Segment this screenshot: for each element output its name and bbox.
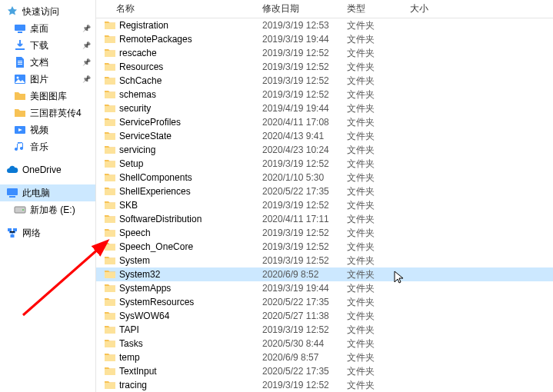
file-row[interactable]: Tasks2020/5/30 8:44文件夹 xyxy=(96,337,553,350)
file-name: ServiceProfiles xyxy=(119,117,262,128)
file-row[interactable]: SKB2019/3/19 12:52文件夹 xyxy=(96,198,553,212)
file-row[interactable]: security2019/4/19 19:44文件夹 xyxy=(96,101,553,115)
folder-icon xyxy=(104,186,116,197)
file-date: 2019/3/19 12:52 xyxy=(262,255,347,266)
file-name: SKB xyxy=(119,200,262,211)
column-header-name[interactable]: 名称 xyxy=(116,2,262,15)
file-row[interactable]: SchCache2019/3/19 12:52文件夹 xyxy=(96,74,553,88)
network-icon xyxy=(6,227,18,239)
column-header-date[interactable]: 修改日期 xyxy=(262,2,347,15)
file-date: 2020/5/22 17:35 xyxy=(262,186,347,197)
file-row[interactable]: ShellComponents2020/1/10 5:30文件夹 xyxy=(96,171,553,184)
file-date: 2019/3/19 12:52 xyxy=(262,380,347,390)
video-icon xyxy=(14,124,26,136)
file-row[interactable]: Speech2019/3/19 12:52文件夹 xyxy=(96,226,553,240)
sidebar-item-label: 快速访问 xyxy=(22,5,59,18)
file-row[interactable]: Resources2019/3/19 12:52文件夹 xyxy=(96,60,553,74)
file-row[interactable]: servicing2020/4/23 10:24文件夹 xyxy=(96,143,553,157)
sidebar-item-三国群英传4[interactable]: 三国群英传4 xyxy=(0,105,95,121)
file-row[interactable]: tracing2019/3/19 12:52文件夹 xyxy=(96,378,553,392)
file-row[interactable]: System2019/3/19 12:52文件夹 xyxy=(96,254,553,267)
file-row[interactable]: schemas2019/3/19 12:52文件夹 xyxy=(96,88,553,101)
file-date: 2019/3/19 12:52 xyxy=(262,241,347,252)
picture-icon xyxy=(14,73,26,85)
file-type: 文件夹 xyxy=(347,47,410,60)
file-type: 文件夹 xyxy=(347,296,410,309)
sidebar-item-label: 三国群英传4 xyxy=(30,107,82,120)
sidebar-item-label: 网络 xyxy=(22,227,41,240)
sidebar-item-网络[interactable]: 网络 xyxy=(0,224,95,241)
sidebar-item-下载[interactable]: 下载📌 xyxy=(0,37,95,54)
file-row[interactable]: temp2020/6/9 8:57文件夹 xyxy=(96,350,553,364)
folder-icon xyxy=(14,90,26,102)
file-row[interactable]: SoftwareDistribution2020/4/11 17:11文件夹 xyxy=(96,212,553,226)
file-type: 文件夹 xyxy=(347,88,410,101)
file-name: SysWOW64 xyxy=(119,311,262,321)
sidebar-item-文档[interactable]: 文档📌 xyxy=(0,54,95,71)
sidebar-item-视频[interactable]: 视频 xyxy=(0,121,95,138)
star-icon xyxy=(6,5,18,18)
folder-icon xyxy=(14,107,26,119)
sidebar-item-label: 桌面 xyxy=(30,22,48,35)
sidebar-item-OneDrive[interactable]: OneDrive xyxy=(0,161,95,178)
sidebar-item-label: 下载 xyxy=(30,39,48,52)
folder-icon xyxy=(104,145,116,155)
sidebar-item-音乐[interactable]: 音乐 xyxy=(0,138,95,155)
file-row[interactable]: Registration2019/3/19 12:53文件夹 xyxy=(96,18,553,32)
download-icon xyxy=(14,39,26,51)
file-row[interactable]: SystemApps2019/3/19 19:44文件夹 xyxy=(96,281,553,295)
file-name: SystemApps xyxy=(119,283,262,294)
sidebar-item-快速访问[interactable]: 快速访问 xyxy=(0,3,95,20)
file-row[interactable]: TextInput2020/5/22 17:35文件夹 xyxy=(96,364,553,378)
file-name: SoftwareDistribution xyxy=(119,214,262,224)
file-row[interactable]: ServiceState2020/4/13 9:41文件夹 xyxy=(96,129,553,143)
file-type: 文件夹 xyxy=(347,254,410,267)
folder-icon xyxy=(104,48,116,58)
file-type: 文件夹 xyxy=(347,337,410,350)
file-type: 文件夹 xyxy=(347,268,410,281)
sidebar-item-图片[interactable]: 图片📌 xyxy=(0,71,95,88)
file-row[interactable]: ServiceProfiles2020/4/11 17:08文件夹 xyxy=(96,115,553,129)
file-date: 2019/3/19 19:44 xyxy=(262,283,347,294)
column-header-type[interactable]: 类型 xyxy=(347,2,410,15)
folder-icon xyxy=(104,297,116,307)
file-row[interactable]: Speech_OneCore2019/3/19 12:52文件夹 xyxy=(96,240,553,254)
sidebar-item-美图图库[interactable]: 美图图库 xyxy=(0,88,95,105)
file-row[interactable]: ShellExperiences2020/5/22 17:35文件夹 xyxy=(96,184,553,198)
folder-icon xyxy=(104,366,116,377)
file-type: 文件夹 xyxy=(347,351,410,364)
sidebar-item-label: 文档 xyxy=(30,56,48,69)
file-row[interactable]: rescache2019/3/19 12:52文件夹 xyxy=(96,46,553,60)
file-row[interactable]: SysWOW642020/5/27 11:38文件夹 xyxy=(96,309,553,323)
music-icon xyxy=(14,141,26,153)
file-row[interactable]: RemotePackages2019/3/19 19:44文件夹 xyxy=(96,32,553,46)
file-name: SchCache xyxy=(119,75,262,86)
file-list[interactable]: Registration2019/3/19 12:53文件夹RemotePack… xyxy=(96,18,553,392)
file-type: 文件夹 xyxy=(347,241,410,254)
sidebar-item-桌面[interactable]: 桌面📌 xyxy=(0,20,95,37)
folder-icon xyxy=(104,34,116,45)
file-date: 2020/1/10 5:30 xyxy=(262,172,347,183)
file-name: SystemResources xyxy=(119,297,262,307)
file-name: Setup xyxy=(119,158,262,169)
svg-rect-2 xyxy=(15,48,25,50)
column-header-row: 名称 修改日期 类型 大小 xyxy=(96,0,553,18)
file-date: 2020/4/11 17:08 xyxy=(262,117,347,128)
sidebar-item-此电脑[interactable]: 此电脑 xyxy=(0,184,95,201)
sidebar-item-label: 图片 xyxy=(30,73,48,86)
column-header-size[interactable]: 大小 xyxy=(410,2,456,15)
svg-rect-12 xyxy=(11,234,15,238)
cloud-icon xyxy=(6,164,18,176)
pc-icon xyxy=(6,187,18,199)
file-row[interactable]: System322020/6/9 8:52文件夹 xyxy=(96,267,553,281)
file-type: 文件夹 xyxy=(347,227,410,240)
folder-icon xyxy=(104,75,116,86)
file-date: 2020/4/13 9:41 xyxy=(262,131,347,141)
file-row[interactable]: Setup2019/3/19 12:52文件夹 xyxy=(96,157,553,171)
file-row[interactable]: SystemResources2020/5/22 17:35文件夹 xyxy=(96,295,553,309)
sidebar-item-新加卷 (E:)[interactable]: 新加卷 (E:) xyxy=(0,201,95,218)
file-date: 2020/5/22 17:35 xyxy=(262,297,347,307)
pin-icon: 📌 xyxy=(82,58,91,66)
file-type: 文件夹 xyxy=(347,116,410,129)
file-row[interactable]: TAPI2019/3/19 12:52文件夹 xyxy=(96,323,553,337)
